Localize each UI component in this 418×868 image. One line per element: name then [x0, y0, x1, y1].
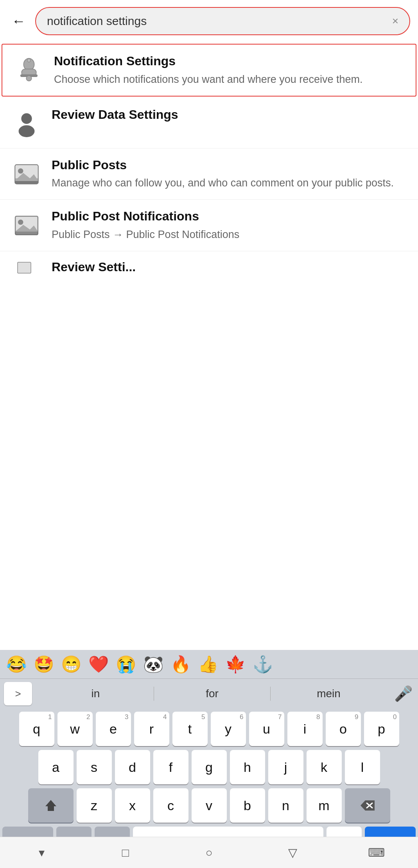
microphone-button[interactable]: 🎤 [392, 683, 414, 705]
square-icon: □ [122, 846, 129, 859]
nav-circle[interactable]: ○ [193, 841, 224, 864]
public-post-notifications-desc: Public Posts → Public Post Notifications [52, 227, 407, 242]
keyboard-row-2: a s d f g h j k l [2, 750, 416, 784]
chevron-right-icon: > [15, 688, 21, 700]
emoji-kissing-heart[interactable]: 🤩 [34, 655, 54, 674]
key-n[interactable]: n [268, 788, 303, 823]
emoji-crying[interactable]: 😭 [116, 655, 136, 674]
svg-point-3 [26, 76, 32, 81]
key-g[interactable]: g [192, 750, 227, 784]
key-t[interactable]: 5 t [172, 712, 208, 746]
image-icon [11, 159, 42, 190]
key-v[interactable]: v [192, 788, 227, 823]
result-item-public-post-notifications[interactable]: Public Post Notifications Public Posts →… [0, 200, 418, 251]
backspace-icon [359, 799, 376, 812]
nav-chevron-down[interactable]: ▾ [26, 841, 57, 864]
suggestions-bar: > in for mein 🎤 [0, 679, 418, 709]
key-j[interactable]: j [268, 750, 303, 784]
review-data-settings-text: Review Data Settings [52, 107, 407, 125]
emoji-laughing[interactable]: 😂 [6, 655, 27, 674]
notification-settings-desc: Choose which notifications you want and … [54, 72, 405, 87]
key-i[interactable]: 8 i [287, 712, 323, 746]
back-arrow-icon: ← [12, 13, 26, 29]
key-a[interactable]: a [38, 750, 74, 784]
key-l[interactable]: l [345, 750, 380, 784]
svg-rect-13 [15, 181, 38, 184]
svg-marker-19 [45, 800, 56, 811]
suggestion-word-mein[interactable]: mein [271, 684, 387, 703]
microphone-icon: 🎤 [394, 685, 413, 702]
nav-triangle[interactable]: ▽ [277, 841, 308, 864]
svg-point-4 [27, 59, 31, 62]
emoji-grinning[interactable]: 😁 [61, 655, 81, 674]
keyboard-section: 😂 🤩 😁 ❤️ 😭 🐼 🔥 👍 🍁 ⚓ > in for mein 🎤 1 q [0, 650, 418, 868]
key-s[interactable]: s [77, 750, 112, 784]
person-icon [11, 108, 42, 140]
emoji-thumbsup[interactable]: 👍 [198, 655, 218, 674]
emoji-anchor[interactable]: ⚓ [253, 655, 273, 674]
notification-settings-text: Notification Settings Choose which notif… [54, 53, 405, 87]
header: ← × [0, 0, 418, 42]
key-o[interactable]: 9 o [326, 712, 361, 746]
expand-suggestions-button[interactable]: > [4, 682, 32, 705]
svg-rect-17 [15, 232, 38, 235]
key-y[interactable]: 6 y [211, 712, 246, 746]
triangle-icon: ▽ [288, 846, 297, 859]
key-p[interactable]: 0 p [364, 712, 399, 746]
result-item-review-data-settings[interactable]: Review Data Settings [0, 98, 418, 149]
key-m[interactable]: m [307, 788, 342, 823]
keyboard-row-3: z x c v b n m [2, 788, 416, 823]
emoji-fire[interactable]: 🔥 [170, 655, 191, 674]
key-z[interactable]: z [77, 788, 112, 823]
partial-result-title: Review Setti... [52, 260, 136, 274]
public-posts-text: Public Posts Manage who can follow you, … [52, 157, 407, 191]
close-icon: × [392, 15, 398, 27]
shift-key[interactable] [28, 788, 74, 823]
key-d[interactable]: d [115, 750, 150, 784]
nav-square[interactable]: □ [110, 841, 141, 864]
emoji-bar: 😂 🤩 😁 ❤️ 😭 🐼 🔥 👍 🍁 ⚓ [0, 650, 418, 679]
back-button[interactable]: ← [8, 10, 30, 32]
result-item-notification-settings[interactable]: Notification Settings Choose which notif… [2, 44, 416, 97]
key-x[interactable]: x [115, 788, 150, 823]
key-h[interactable]: h [230, 750, 265, 784]
public-post-notifications-title: Public Post Notifications [52, 208, 407, 225]
key-f[interactable]: f [153, 750, 188, 784]
public-post-notifications-text: Public Post Notifications Public Posts →… [52, 208, 407, 242]
suggestion-word-for[interactable]: for [154, 684, 270, 703]
public-posts-desc: Manage who can follow you, and who can c… [52, 175, 407, 191]
result-item-partial[interactable]: Review Setti... [0, 251, 418, 275]
nav-keyboard[interactable]: ⌨ [361, 841, 392, 864]
delete-key[interactable] [345, 788, 390, 823]
key-q[interactable]: 1 q [19, 712, 54, 746]
key-r[interactable]: 4 r [134, 712, 169, 746]
search-input[interactable] [35, 7, 410, 35]
shift-icon [44, 798, 58, 813]
svg-point-10 [18, 168, 23, 174]
keyboard-icon: ⌨ [368, 846, 385, 859]
public-post-notif-icon [11, 210, 42, 241]
svg-point-15 [18, 220, 23, 225]
key-k[interactable]: k [307, 750, 342, 784]
key-c[interactable]: c [153, 788, 188, 823]
svg-point-6 [19, 125, 35, 137]
result-item-public-posts[interactable]: Public Posts Manage who can follow you, … [0, 149, 418, 200]
emoji-maple-leaf[interactable]: 🍁 [225, 655, 246, 674]
svg-point-5 [21, 113, 32, 124]
public-posts-title: Public Posts [52, 157, 407, 174]
key-u[interactable]: 7 u [249, 712, 284, 746]
keyboard-row-1: 1 q 2 w 3 e 4 r 5 t 6 y [2, 712, 416, 746]
key-b[interactable]: b [230, 788, 265, 823]
key-w[interactable]: 2 w [57, 712, 93, 746]
results-list: Notification Settings Choose which notif… [0, 44, 418, 275]
emoji-heart[interactable]: ❤️ [88, 655, 109, 674]
emoji-panda[interactable]: 🐼 [143, 655, 163, 674]
key-e[interactable]: 3 e [96, 712, 131, 746]
suggestion-word-in[interactable]: in [38, 684, 154, 703]
svg-rect-18 [18, 262, 31, 273]
search-bar-wrapper: × [35, 7, 410, 35]
search-clear-button[interactable]: × [388, 13, 403, 29]
nav-bar: ▾ □ ○ ▽ ⌨ [0, 837, 418, 868]
chevron-down-icon: ▾ [39, 846, 45, 859]
review-data-settings-title: Review Data Settings [52, 107, 407, 123]
